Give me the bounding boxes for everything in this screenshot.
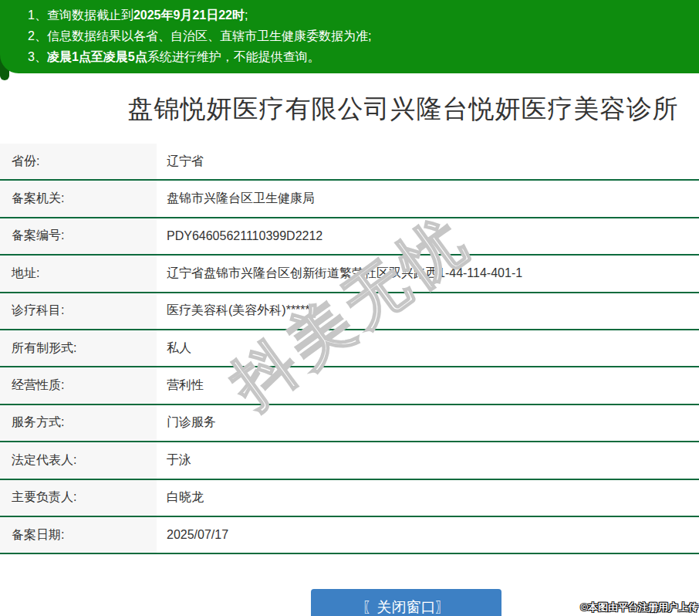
close-window-button[interactable]: 〖关闭窗口〗 — [311, 589, 501, 616]
notice-bold-text: 凌晨1点至凌晨5点 — [47, 50, 147, 63]
notice-text: 系统进行维护，不能提供查询。 — [147, 50, 320, 63]
table-row-province: 省份: 辽宁省 — [0, 144, 699, 181]
notice-text: 查询数据截止到 — [47, 8, 133, 22]
field-label: 法定代表人: — [0, 442, 157, 478]
field-value: 私人 — [157, 330, 699, 366]
platform-upload-note: ©本图由平台注册用户上传 — [580, 601, 698, 614]
field-label: 服务方式: — [0, 405, 157, 441]
field-label: 备案机关: — [0, 181, 157, 216]
field-value: 门诊服务 — [157, 405, 699, 441]
notice-header: 1、查询数据截止到2025年9月21日22时; 2、信息数据结果以各省、自治区、… — [0, 0, 699, 73]
field-label: 备案日期: — [0, 517, 157, 553]
field-label: 主要负责人: — [0, 480, 157, 516]
notice-number: 3、 — [28, 50, 47, 63]
notice-number: 2、 — [28, 29, 47, 42]
table-row-legal-representative: 法定代表人: 于泳 — [0, 442, 699, 479]
table-row-business-nature: 经营性质: 营利性 — [0, 367, 699, 404]
notice-bold-text: 2025年9月21日22时 — [133, 8, 245, 22]
field-value: PDY64605621110399D2212 — [157, 218, 699, 254]
notice-number: 1、 — [28, 8, 47, 22]
field-value: 2025/07/17 — [157, 517, 699, 553]
notice-line-1: 1、查询数据截止到2025年9月21日22时; — [28, 5, 691, 25]
page-title: 盘锦悦妍医疗有限公司兴隆台悦妍医疗美容诊所 — [0, 73, 699, 127]
field-label: 诊疗科目: — [0, 293, 157, 329]
table-row-service-mode: 服务方式: 门诊服务 — [0, 405, 699, 442]
field-value: 盘锦市兴隆台区卫生健康局 — [157, 181, 699, 216]
field-label: 所有制形式: — [0, 330, 157, 366]
notice-text: 信息数据结果以各省、自治区、直辖市卫生健康委数据为准; — [47, 29, 371, 42]
field-value: 辽宁省盘锦市兴隆台区创新街道繁荣社区双兴路西1-44-114-401-1 — [157, 256, 699, 291]
title-area: 盘锦悦妍医疗有限公司兴隆台悦妍医疗美容诊所 — [0, 73, 699, 144]
table-row-record-date: 备案日期: 2025/07/17 — [0, 517, 699, 554]
field-value: 营利性 — [157, 367, 699, 403]
table-row-treatment-subjects: 诊疗科目: 医疗美容科(美容外科)****** — [0, 293, 699, 330]
field-value: 于泳 — [157, 442, 699, 478]
table-row-record-number: 备案编号: PDY64605621110399D2212 — [0, 218, 699, 256]
table-row-record-authority: 备案机关: 盘锦市兴隆台区卫生健康局 — [0, 181, 699, 218]
field-label: 经营性质: — [0, 367, 157, 403]
field-label: 省份: — [0, 144, 157, 179]
table-row-address: 地址: 辽宁省盘锦市兴隆台区创新街道繁荣社区双兴路西1-44-114-401-1 — [0, 256, 699, 293]
table-row-ownership-form: 所有制形式: 私人 — [0, 330, 699, 367]
field-value: 医疗美容科(美容外科)****** — [157, 293, 699, 329]
notice-line-2: 2、信息数据结果以各省、自治区、直辖市卫生健康委数据为准; — [28, 25, 691, 46]
table-row-main-person-in-charge: 主要负责人: 白晓龙 — [0, 480, 699, 517]
field-value: 白晓龙 — [157, 480, 699, 516]
record-table: 省份: 辽宁省 备案机关: 盘锦市兴隆台区卫生健康局 备案编号: PDY6460… — [0, 144, 699, 554]
field-value: 辽宁省 — [157, 144, 699, 179]
notice-line-3: 3、凌晨1点至凌晨5点系统进行维护，不能提供查询。 — [28, 46, 691, 67]
field-label: 地址: — [0, 256, 157, 291]
notice-text: ; — [245, 8, 248, 22]
field-label: 备案编号: — [0, 218, 157, 254]
